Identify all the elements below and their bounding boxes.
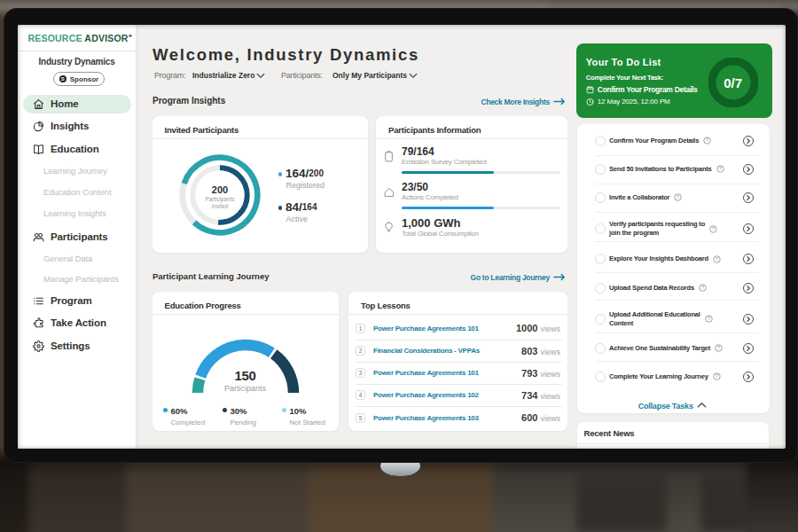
svg-text:?: ?	[701, 285, 704, 290]
svg-text:200: 200	[211, 184, 227, 195]
svg-text:?: ?	[717, 346, 720, 351]
svg-text:?: ?	[716, 374, 718, 379]
svg-text:?: ?	[677, 194, 679, 200]
svg-text:?: ?	[712, 226, 715, 231]
svg-text:?: ?	[706, 138, 708, 144]
svg-text:?: ?	[719, 167, 722, 172]
svg-text:?: ?	[708, 316, 710, 321]
svg-text:Invited: Invited	[211, 203, 228, 209]
svg-text:?: ?	[716, 256, 718, 262]
